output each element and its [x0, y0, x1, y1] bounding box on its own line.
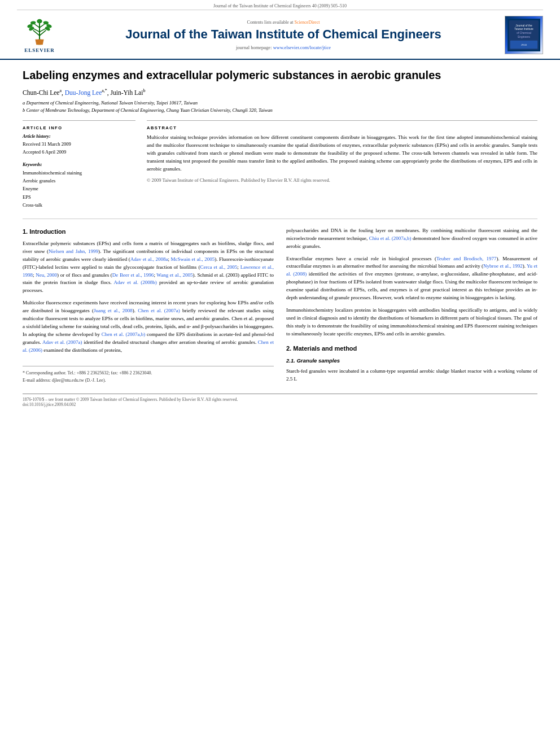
- abstract-column: ABSTRACT Multicolor staining technique p…: [147, 120, 537, 209]
- journal-cover-image: Journal of the Taiwan Institute of Chemi…: [508, 18, 540, 52]
- sciencedirect-link[interactable]: ScienceDirect: [295, 20, 320, 25]
- section2-para1: Starch-fed granules were incubated in a …: [286, 368, 537, 383]
- homepage-url[interactable]: www.elsevier.com/locate/jtice: [273, 45, 331, 50]
- elsevier-tree-icon: [23, 17, 56, 46]
- ref-neu2000[interactable]: Neu, 2000: [36, 272, 57, 278]
- divider: [23, 219, 537, 219]
- email-note: E-mail address: djlee@ntu.edu.tw (D.-J. …: [23, 377, 274, 385]
- journal-title: Journal of the Taiwan Institute of Chemi…: [68, 27, 499, 42]
- section1-heading: 1. Introduction: [23, 227, 274, 237]
- footer-notes: * Corresponding author. Tel.: +886 2 236…: [23, 366, 274, 385]
- article-info-abstract: ARTICLE INFO Article history: Received 3…: [23, 120, 537, 209]
- body-left-col: 1. Introduction Extracellular polymeric …: [23, 227, 274, 388]
- keyword-1: Immunohistochemical staining: [23, 169, 135, 177]
- journal-cover-thumbnail: Journal of the Taiwan Institute of Chemi…: [505, 16, 543, 54]
- article-title: Labeling enzymes and extracellular polym…: [23, 68, 537, 82]
- authors-line: Chun-Chi Leea, Duu-Jong Leea,*, Juin-Yih…: [23, 88, 537, 96]
- journal-header: ELSEVIER Contents lists available at Sci…: [0, 10, 560, 60]
- svg-text:of Chemical: of Chemical: [517, 32, 531, 34]
- history-label: Article history:: [23, 134, 135, 139]
- abstract-text: Multicolor staining technique provides i…: [147, 134, 537, 173]
- section2-sub-heading: 2.1. Granule samples: [286, 357, 537, 365]
- section1-right-para2: Extracellular enzymes have a crucial rol…: [286, 255, 537, 303]
- keyword-5: Cross-talk: [23, 201, 135, 209]
- copyright-line: © 2009 Taiwan Institute of Chemical Engi…: [147, 177, 537, 184]
- ref-nybroe1992[interactable]: Nybroe et al., 1992: [483, 263, 523, 269]
- doi-line: doi:10.1016/j.jtice.2009.04.002: [23, 402, 76, 407]
- received-date: Received 31 March 2009: [23, 141, 135, 148]
- ref-chen-scheme[interactable]: Chen et al. (2007a,b): [102, 331, 145, 337]
- main-content: Labeling enzymes and extracellular polym…: [0, 60, 560, 418]
- accepted-date: Accepted 6 April 2009: [23, 148, 135, 156]
- ref-chen2007a[interactable]: Chen et al. (2007a): [138, 308, 180, 313]
- author-juin-yih: Juin-Yih Lai: [111, 89, 143, 96]
- ref-adav2008a[interactable]: Adav et al., 2008a: [130, 256, 168, 262]
- section1-para1: Extracellular polymeric substances (EPSs…: [23, 240, 274, 295]
- bottom-bar: 1876-1070/$ – see front matter © 2009 Ta…: [23, 394, 537, 407]
- keyword-3: Enzyme: [23, 185, 135, 193]
- section1-right-para1: polysaccharides and DNA in the fouling l…: [286, 227, 537, 251]
- page: Journal of the Taiwan Institute of Chemi…: [0, 0, 560, 747]
- keywords-list: Immunohistochemical staining Aerobic gra…: [23, 169, 135, 209]
- author-chun-chi: Chun-Chi Lee: [23, 89, 59, 96]
- ref-nielsen1999[interactable]: Nielsen and Jahn, 1999: [49, 248, 98, 254]
- svg-line-4: [34, 24, 40, 28]
- ref-teuber1977[interactable]: Teuber and Brodisch, 1977: [436, 256, 497, 261]
- abstract-label: ABSTRACT: [147, 125, 537, 130]
- svg-text:JTICE: JTICE: [521, 44, 527, 46]
- corresponding-author-note: * Corresponding author. Tel.: +886 2 236…: [23, 370, 274, 377]
- ref-juang2008[interactable]: Juang et al., 2008: [94, 308, 133, 313]
- keywords-label: Keywords:: [23, 162, 135, 167]
- affil-b: b Center of Membrane Technology, Departm…: [23, 107, 537, 114]
- affiliations: a Department of Chemical Engineering, Na…: [23, 99, 537, 114]
- svg-text:Taiwan Institute: Taiwan Institute: [514, 28, 533, 30]
- svg-text:Engineers: Engineers: [518, 36, 530, 38]
- journal-citation: Journal of the Taiwan Institute of Chemi…: [213, 3, 347, 8]
- keyword-4: EPS: [23, 193, 135, 201]
- svg-point-14: [37, 19, 42, 24]
- author-duu-jong[interactable]: Duu-Jong Lee: [65, 89, 102, 96]
- journal-top-bar: Journal of the Taiwan Institute of Chemi…: [17, 0, 543, 10]
- svg-text:Journal of the: Journal of the: [515, 24, 532, 27]
- ref-adav2008b[interactable]: Adav et al. (2008b): [114, 279, 157, 285]
- keyword-2: Aerobic granules: [23, 177, 135, 185]
- issn-line: 1876-1070/$ – see front matter © 2009 Ta…: [23, 397, 238, 402]
- article-info-column: ARTICLE INFO Article history: Received 3…: [23, 120, 135, 209]
- article-info-label: ARTICLE INFO: [23, 125, 135, 130]
- ref-cerca2005[interactable]: Cerca et al., 2005: [200, 264, 237, 270]
- section1-right-para3: Immunohistochemistry localizes proteins …: [286, 307, 537, 338]
- section2-heading: 2. Materials and method: [286, 344, 537, 353]
- ref-chiu2007ab[interactable]: Chiu et al. (2007a,b): [369, 235, 412, 241]
- svg-line-7: [40, 24, 45, 28]
- body-right-col: polysaccharides and DNA in the fouling l…: [286, 227, 537, 388]
- journal-center: Contents lists available at ScienceDirec…: [68, 20, 499, 50]
- elsevier-logo: ELSEVIER: [17, 17, 62, 53]
- body-text: 1. Introduction Extracellular polymeric …: [23, 227, 537, 388]
- elsevier-brand-text: ELSEVIER: [24, 47, 55, 53]
- journal-homepage: journal homepage: www.elsevier.com/locat…: [68, 45, 499, 50]
- ref-mcswain2005[interactable]: McSwain et al., 2005: [171, 256, 215, 262]
- affil-a: a Department of Chemical Engineering, Na…: [23, 99, 537, 107]
- ref-wang2005[interactable]: Wang et al., 2005: [156, 272, 193, 278]
- section1-para2: Multicolor fluorescence experiments have…: [23, 299, 274, 355]
- ref-adav2007a[interactable]: Adav et al. (2007a): [42, 339, 82, 345]
- ref-debeer1996[interactable]: De Beer et al., 1996: [112, 272, 154, 278]
- sciencedirect-line: Contents lists available at ScienceDirec…: [68, 20, 499, 25]
